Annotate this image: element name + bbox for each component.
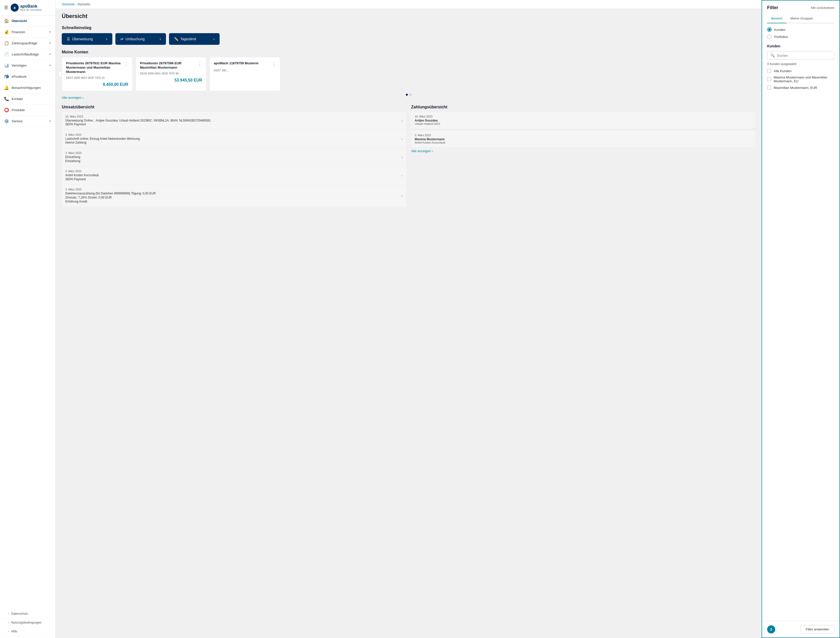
hamburger-icon[interactable]: ☰: [4, 5, 8, 10]
nav-vermogen[interactable]: 📊 Vermögen ▼: [0, 60, 55, 71]
nav-epostkorb[interactable]: 📬 ePostkorb: [0, 71, 55, 82]
transaction-arrow-0: ›: [401, 119, 403, 123]
zahlung-alle-arrow: ›: [432, 149, 433, 153]
kontakt-icon: 📞: [4, 97, 9, 101]
filter-panel: Filter Alle zurücksetzen Bereich Meine G…: [761, 0, 840, 638]
filter-checkbox-maximilian[interactable]: Maximilian Mustermann, EUR: [767, 85, 834, 90]
zahlung-alle-label: Alle anzeigen: [411, 149, 431, 153]
filter-footer: 2 Filter anwenden: [762, 621, 840, 638]
nav-zahlungsauftrage[interactable]: 📋 Zahlungsaufträge ▼: [0, 38, 55, 49]
nav-finanzen[interactable]: 💰 Finanzen ▼: [0, 27, 55, 38]
filter-radio-portfolios[interactable]: Portfolios: [767, 35, 834, 39]
filter-badge: 2: [767, 625, 775, 633]
zahlungsübersicht-title: Zahlungsübersicht: [411, 105, 755, 109]
checkbox-maxima-box: [767, 77, 771, 81]
nav-service[interactable]: ⚙️ Service ▼: [0, 116, 55, 127]
konto-title-2: apoWach 11879759 Musterm: [214, 61, 259, 66]
finanzen-icon: 💰: [4, 30, 9, 35]
filter-radio-group: Kunden Portfolios: [767, 27, 834, 39]
transaction-arrow-3: ›: [401, 173, 403, 177]
transaction-item-2[interactable]: 3. März 2023 EinzahlungEinzahlung ›: [62, 148, 406, 166]
konto-menu-0[interactable]: ⋮: [124, 61, 128, 67]
tageslimit-icon: ✏️: [174, 37, 178, 41]
nav-produkte[interactable]: ⭕ Produkte: [0, 104, 55, 116]
nav-kontakt[interactable]: 📞 Kontakt: [0, 93, 55, 104]
filter-title: Filter: [767, 5, 778, 10]
transaction-arrow-1: ›: [401, 137, 403, 141]
filter-tab-meine-gruppen[interactable]: Meine Gruppen: [786, 14, 817, 23]
schnelleinstieg-title: Schnelleinstieg: [62, 25, 755, 30]
umsatz-zahlung-grid: Umsatzübersicht 10. März 2023 Überweisun…: [62, 105, 755, 207]
chevron-down-icon-5: ▼: [49, 120, 51, 122]
transaction-arrow-2: ›: [401, 155, 403, 159]
bullet-icon: ›: [8, 612, 9, 616]
uberweisung-label: Überweisung: [72, 37, 93, 41]
chevron-down-icon-4: ▼: [49, 64, 51, 67]
filter-kunden-count: 0 Kunden ausgewählt: [767, 62, 834, 66]
radio-kunden-inner: [768, 28, 771, 31]
zahlung-alle-anzeigen[interactable]: Alle anzeigen ›: [411, 149, 755, 153]
filter-radio-kunden[interactable]: Kunden: [767, 27, 834, 32]
nav-ubersicht[interactable]: 🏠 Übersicht: [0, 16, 55, 27]
carousel-dot-1[interactable]: [409, 94, 411, 96]
transaction-date-3: 3. März 2023: [65, 169, 401, 173]
nav-datenschutz[interactable]: › Datenschutz: [0, 610, 55, 618]
zahlung-name-0: Antjee Gouzdea: [415, 119, 752, 122]
meine-konten-section: Meine Konten ‹ Privatkonto 28797631 EUR …: [62, 50, 755, 100]
nav-label-vermogen: Vermögen: [12, 63, 46, 67]
nav-label-ubersicht: Übersicht: [12, 19, 51, 23]
breadcrumb-item-1[interactable]: Startseite: [62, 3, 75, 6]
konto-menu-1[interactable]: ⋮: [197, 61, 202, 67]
nav-benachrichtigungen[interactable]: 🔔 Benachrichtigungen: [0, 82, 55, 93]
uberweisung-button[interactable]: ☰ Überweisung ›: [62, 33, 112, 45]
filter-tab-bereich-label: Bereich: [771, 16, 782, 20]
filter-kunden-label: Kunden: [767, 44, 834, 48]
checkbox-maximilian-box: [767, 85, 771, 90]
carousel-dot-0[interactable]: [406, 94, 408, 96]
transaction-item-1[interactable]: 3. März 2023 Lastschrift online; Einzug …: [62, 130, 406, 148]
lastschriftauftrage-icon: 📄: [4, 52, 9, 57]
filter-search-input[interactable]: [777, 54, 831, 57]
alle-anzeigen-konten[interactable]: Alle anzeigen ›: [62, 96, 755, 100]
konto-card-1[interactable]: Privatkonto 28797596 EUR Maximilian Must…: [136, 57, 207, 91]
umbuchung-button[interactable]: ⇄ Umbuchung ›: [115, 33, 166, 45]
transaction-item-4[interactable]: 3. März 2023 Darlehensauszahlung (für Da…: [62, 185, 406, 207]
filter-apply-button[interactable]: Filter anwenden: [801, 625, 835, 633]
konto-iban-2: DE87 300...: [214, 69, 276, 72]
nav-label-benachrichtigungen: Benachrichtigungen: [12, 86, 51, 90]
konto-card-0[interactable]: Privatkonto 28797631 EUR Maxima Musterma…: [62, 57, 133, 91]
transaction-item-0[interactable]: 10. März 2023 Überweisung Online; ; Antj…: [62, 112, 406, 130]
carousel-dots: [62, 94, 755, 96]
konten-header: Meine Konten: [62, 50, 755, 54]
tageslimit-button[interactable]: ✏️ Tageslimit ›: [169, 33, 219, 45]
transaction-date-0: 10. März 2023: [65, 115, 401, 118]
zahlungsübersicht-section: Zahlungsübersicht 10. März 2023 Antjee G…: [411, 105, 755, 207]
nav-label-lastschriftauftrage: Lastschriftaufträge: [12, 52, 46, 56]
nav-lastschriftauftrage[interactable]: 📄 Lastschriftaufträge ▼: [0, 49, 55, 60]
page-title: Übersicht: [56, 9, 761, 22]
transaction-date-2: 3. März 2023: [65, 151, 401, 154]
filter-checkbox-alle-kunden[interactable]: Alle Kunden: [767, 69, 834, 73]
konto-menu-2[interactable]: ⋮: [272, 61, 276, 67]
sidebar-footer: › Datenschutz › Nutzungsbedingungen › Hi…: [0, 607, 55, 638]
transaction-list: 10. März 2023 Überweisung Online; ; Antj…: [62, 112, 406, 207]
radio-portfolios-outer: [767, 35, 772, 39]
arrow-icon: ›: [106, 37, 107, 41]
nav-nutzungsbedingungen[interactable]: › Nutzungsbedingungen: [0, 618, 55, 627]
top-bar: Startseite › Startseite: [56, 0, 761, 9]
checkbox-alle-kunden-label: Alle Kunden: [774, 69, 791, 73]
zahlung-date-0: 10. März 2023: [415, 115, 752, 118]
transaction-item-3[interactable]: 3. März 2023 Anteil Kosten KurzurlaubSEP…: [62, 166, 406, 184]
zahlung-list: 10. März 2023 Antjee Gouzdea Urlaub Holl…: [411, 112, 755, 147]
filter-checkbox-maxima-maximilian[interactable]: Maxima Mustermann und Maximilian Musterm…: [767, 76, 834, 83]
filter-search-box[interactable]: 🔍: [767, 51, 834, 60]
arrow-icon-3: ›: [213, 37, 215, 41]
filter-reset-button[interactable]: Alle zurücksetzen: [811, 6, 834, 9]
radio-kunden-label: Kunden: [774, 28, 786, 32]
nav-hilfe[interactable]: › Hilfe: [0, 627, 55, 636]
konto-card-2[interactable]: apoWach 11879759 Musterm ⋮ DE87 300...: [210, 57, 280, 91]
content-body: Schnelleinstieg ☰ Überweisung › ⇄ Umbuch…: [56, 25, 761, 218]
filter-tab-bereich[interactable]: Bereich: [767, 14, 786, 23]
ubersicht-icon: 🏠: [4, 19, 9, 23]
checkbox-maxima-label: Maxima Mustermann und Maximilian Musterm…: [774, 76, 834, 83]
